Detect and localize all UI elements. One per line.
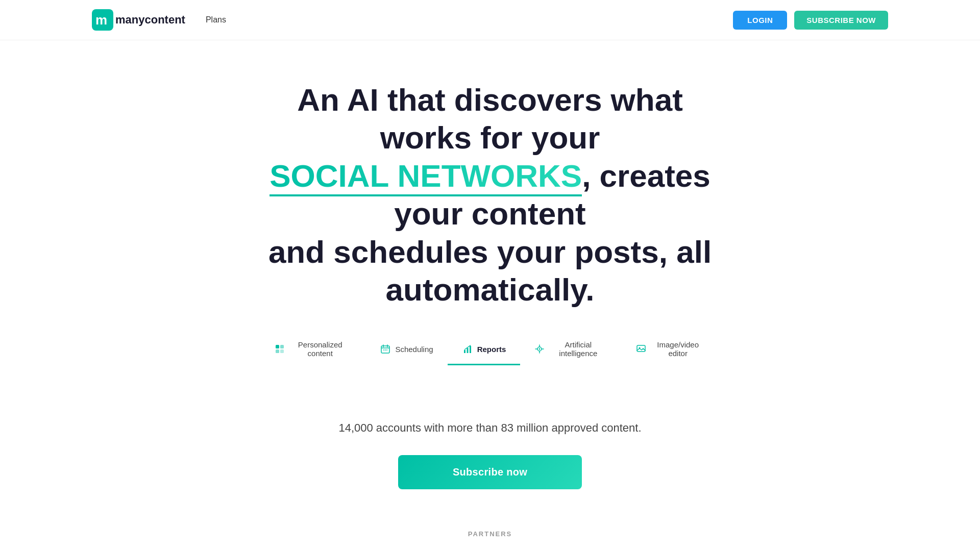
svg-rect-15	[470, 346, 471, 353]
svg-point-17	[539, 348, 541, 350]
tab-scheduling[interactable]: Scheduling	[365, 334, 447, 365]
logo-icon: m	[92, 9, 113, 31]
svg-point-12	[386, 349, 387, 350]
tab-ai-label: Artificial intelligence	[549, 340, 607, 358]
hero-section: An AI that discovers what works for your…	[0, 40, 980, 391]
hero-title: An AI that discovers what works for your…	[260, 81, 720, 309]
partners-label: PARTNERS	[92, 530, 888, 538]
header: m manycontent Plans LOGIN SUBSCRIBE NOW	[0, 0, 980, 40]
logo-text: manycontent	[115, 13, 185, 27]
tab-artificial-intelligence[interactable]: Artificial intelligence	[520, 334, 622, 365]
tab-scheduling-label: Scheduling	[395, 345, 433, 354]
reports-icon	[462, 343, 473, 355]
hero-title-part3: and schedules your posts, all automatica…	[268, 234, 712, 307]
svg-rect-2	[276, 345, 279, 348]
personalized-content-icon	[275, 343, 285, 355]
tab-personalized-content-label: Personalized content	[289, 340, 351, 358]
main-nav: Plans	[206, 15, 226, 24]
header-left: m manycontent Plans	[92, 9, 226, 31]
stats-text: 14,000 accounts with more than 83 millio…	[0, 421, 980, 435]
ai-icon	[534, 343, 545, 355]
subscribe-main-button[interactable]: Subscribe now	[398, 455, 582, 489]
logo-area[interactable]: m manycontent	[92, 9, 185, 31]
feature-tabs: Personalized content Scheduling	[260, 334, 720, 365]
svg-point-11	[385, 349, 386, 350]
scheduling-icon	[380, 343, 391, 355]
partners-section: PARTNERS SEBRAE vivo ✳ BOSCH SAP	[0, 520, 980, 551]
header-right: LOGIN SUBSCRIBE NOW	[733, 11, 888, 30]
tab-image-video-label: Image/video editor	[650, 340, 705, 358]
subscribe-nav-button[interactable]: SUBSCRIBE NOW	[794, 11, 888, 30]
svg-rect-5	[280, 349, 284, 353]
image-video-icon	[636, 343, 646, 355]
svg-point-10	[383, 349, 384, 350]
hero-title-highlight: SOCIAL NETWORKS	[270, 158, 582, 196]
svg-rect-22	[637, 345, 645, 352]
nav-plans[interactable]: Plans	[206, 15, 226, 24]
svg-rect-13	[464, 350, 465, 353]
tab-reports-label: Reports	[477, 345, 506, 354]
svg-rect-4	[276, 349, 279, 353]
svg-rect-14	[467, 348, 468, 353]
svg-rect-3	[280, 345, 284, 348]
login-button[interactable]: LOGIN	[733, 11, 787, 30]
svg-text:m: m	[95, 12, 107, 28]
subscribe-btn-wrap: Subscribe now	[0, 455, 980, 489]
hero-title-part1: An AI that discovers what works for your	[297, 82, 683, 155]
tab-personalized-content[interactable]: Personalized content	[260, 334, 365, 365]
tab-reports[interactable]: Reports	[448, 334, 521, 365]
tab-image-video-editor[interactable]: Image/video editor	[622, 334, 720, 365]
